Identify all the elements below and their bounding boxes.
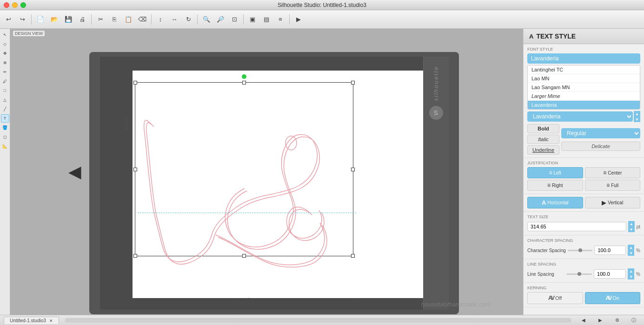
font-family-select[interactable]: Lavanderia — [527, 111, 633, 122]
line-spacing-unit: % — [636, 272, 640, 277]
font-style-select[interactable]: Regular — [561, 128, 640, 138]
toolbar-btn-rotate[interactable]: ↻ — [182, 13, 195, 26]
tool-zoom[interactable]: ⊕ — [1, 58, 9, 67]
toolbar-btn-paste[interactable]: 📋 — [122, 13, 135, 26]
text-size-spinner: ▲ ▼ — [628, 221, 635, 232]
handle-mid-left[interactable] — [133, 168, 137, 171]
font-item-lavanderia[interactable]: Lavanderia — [528, 101, 640, 109]
font-style-row: Bold Italic Underline Regular — [527, 124, 640, 155]
line-spacing-down[interactable]: ▼ — [628, 274, 634, 280]
char-spacing-down[interactable]: ▼ — [628, 250, 634, 256]
dotted-baseline — [138, 213, 356, 213]
font-search-input[interactable] — [527, 53, 640, 64]
tool-node[interactable]: ◇ — [1, 40, 9, 48]
toolbar-btn-align[interactable]: ≡ — [274, 13, 287, 26]
tool-fill[interactable]: 🪣 — [1, 124, 9, 132]
handle-top-right[interactable] — [351, 81, 355, 84]
tool-measure[interactable]: 📐 — [1, 142, 9, 150]
toolbar-btn-open[interactable]: 📂 — [48, 13, 61, 26]
status-settings-btn[interactable]: ⚙ — [611, 314, 624, 325]
tab-close-icon[interactable]: ✕ — [49, 318, 53, 323]
char-spacing-value-input[interactable] — [594, 246, 626, 255]
justify-center-button[interactable]: ≡ Center — [585, 167, 641, 178]
text-size-up[interactable]: ▲ — [628, 221, 635, 227]
toolbar-btn-zoom-fit[interactable]: ⊡ — [228, 13, 241, 26]
underline-button[interactable]: Underline — [527, 145, 559, 155]
char-spacing-slider[interactable] — [568, 250, 593, 251]
scroll-left-btn[interactable]: ◀ — [577, 314, 590, 325]
toolbar-btn-save[interactable]: 💾 — [62, 13, 75, 26]
justify-full-button[interactable]: ≡ Full — [585, 180, 641, 191]
toolbar-btn-new[interactable]: 📄 — [34, 13, 47, 26]
handle-bottom-left[interactable] — [133, 254, 137, 258]
line-spacing-up[interactable]: ▲ — [628, 268, 634, 274]
tool-pen[interactable]: 🖊 — [1, 77, 9, 85]
toolbar-btn-undo[interactable]: ↩ — [2, 13, 15, 26]
toolbar-btn-zoom-out[interactable]: 🔍 — [200, 13, 213, 26]
toolbar-btn-print[interactable]: 🖨 — [76, 13, 89, 26]
minimize-button[interactable] — [12, 2, 18, 8]
tool-text[interactable]: T — [1, 114, 9, 123]
direction-row: A Horizontal ▶ Vertical — [527, 197, 640, 208]
toolbar-btn-group[interactable]: ▣ — [246, 13, 259, 26]
rotation-handle[interactable] — [242, 74, 246, 79]
char-spacing-up[interactable]: ▲ — [628, 245, 634, 250]
selection-box[interactable] — [135, 82, 353, 256]
toolbar-btn-send[interactable]: ▶ — [292, 13, 305, 26]
toolbar-btn-flip-v[interactable]: ↕ — [154, 13, 167, 26]
canvas-area[interactable]: DESIGN VIEW — [10, 29, 523, 315]
status-info-btn[interactable]: ⓘ — [627, 314, 640, 325]
tab-untitled[interactable]: Untitled-1.studio3 ✕ — [4, 317, 59, 324]
kerning-off-button[interactable]: AV Off — [527, 292, 583, 304]
scroll-left-arrow[interactable]: ◀ — [68, 162, 81, 182]
scroll-right-btn[interactable]: ▶ — [594, 314, 607, 325]
toolbar-btn-ungroup[interactable]: ▤ — [260, 13, 273, 26]
tool-select[interactable]: ↖ — [1, 31, 9, 39]
kerning-on-button[interactable]: AV On — [585, 292, 641, 304]
justify-right-button[interactable]: ≡ Right — [527, 180, 583, 191]
font-item-lao-sangam[interactable]: Lao Sangam MN — [528, 83, 640, 91]
style-right: Regular Delicate — [561, 128, 640, 151]
bold-button[interactable]: Bold — [527, 124, 559, 133]
handle-top-mid[interactable] — [242, 81, 246, 84]
justify-left-button[interactable]: ≡ Left — [527, 167, 583, 178]
vertical-button[interactable]: ▶ Vertical — [585, 197, 641, 208]
handle-top-left[interactable] — [133, 81, 137, 84]
font-item-larger-mime[interactable]: Larger Mime — [528, 92, 640, 100]
horizontal-button[interactable]: A Horizontal — [527, 197, 583, 208]
silhouette-brand-text: silhouette — [432, 66, 439, 101]
toolbar-btn-flip-h[interactable]: ↔ — [168, 13, 181, 26]
horizontal-scrollbar[interactable] — [65, 318, 571, 323]
tool-shape[interactable]: □ — [1, 86, 9, 95]
tool-eraser[interactable]: ◻ — [1, 133, 9, 141]
toolbar-btn-redo[interactable]: ↪ — [16, 13, 29, 26]
close-button[interactable] — [4, 2, 9, 8]
italic-button[interactable]: Italic — [527, 135, 559, 144]
toolbar-btn-copy[interactable]: ⎘ — [108, 13, 121, 26]
font-family-up[interactable]: ▲ — [634, 111, 640, 117]
text-size-input[interactable] — [527, 222, 626, 231]
panel-header: A TEXT STYLE — [524, 29, 644, 44]
paper: in 200.9 7.833 in — [133, 71, 423, 298]
justify-left-icon: ≡ — [549, 169, 552, 176]
maximize-button[interactable] — [20, 2, 26, 8]
font-family-down[interactable]: ▼ — [634, 117, 640, 122]
toolbar-btn-zoom-in[interactable]: 🔎 — [214, 13, 227, 26]
width-measurement: 7.833 in — [135, 297, 353, 302]
font-item-lantinghei[interactable]: Lantinghei TC — [528, 65, 640, 74]
delicate-button[interactable]: Delicate — [561, 142, 640, 151]
kerning-row: AV Off AV On — [527, 292, 640, 304]
line-spacing-slider[interactable] — [566, 273, 592, 275]
tool-polygon[interactable]: △ — [1, 96, 9, 104]
line-spacing-value-input[interactable] — [594, 269, 626, 279]
font-style-section: Font Style Lantinghei TC Lao MN Lao Sang… — [524, 44, 644, 158]
tool-line[interactable]: ╱ — [1, 105, 9, 113]
text-size-down[interactable]: ▼ — [628, 227, 635, 232]
tool-pan[interactable]: ✥ — [1, 49, 9, 58]
tool-pencil[interactable]: ✏ — [1, 68, 9, 76]
justify-row-bottom: ≡ Right ≡ Full — [527, 180, 640, 191]
toolbar-btn-cut[interactable]: ✂ — [94, 13, 107, 26]
font-item-lao-mn[interactable]: Lao MN — [528, 74, 640, 83]
toolbar-btn-delete[interactable]: ⌫ — [136, 13, 149, 26]
text-size-row: ▲ ▼ pt — [527, 221, 640, 232]
